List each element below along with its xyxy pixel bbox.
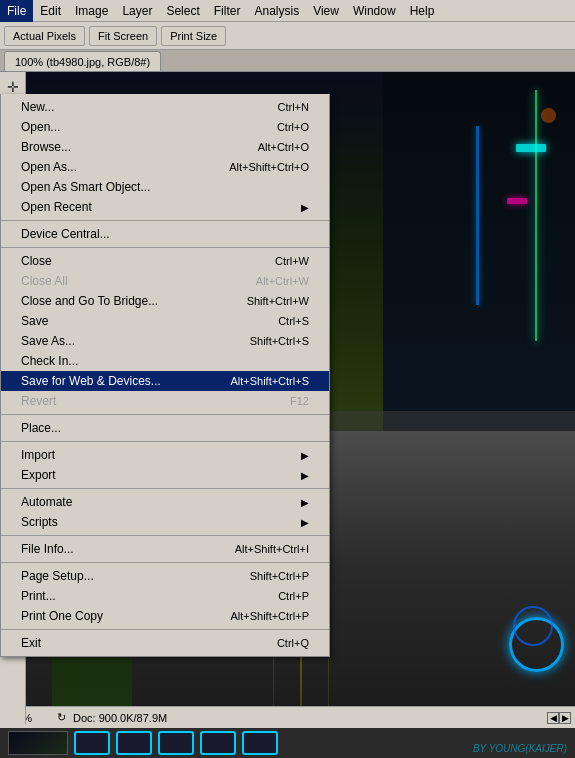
- image-tab[interactable]: 100% (tb4980.jpg, RGB/8#): [4, 51, 161, 71]
- menu-close-label: Close: [21, 254, 52, 268]
- menu-close-all-shortcut: Alt+Ctrl+W: [256, 275, 309, 287]
- status-next-btn[interactable]: ▶: [559, 712, 571, 724]
- menu-import[interactable]: Import ▶: [1, 445, 329, 465]
- menu-section-8: Page Setup... Shift+Ctrl+P Print... Ctrl…: [1, 563, 329, 630]
- menu-print-one-label: Print One Copy: [21, 609, 103, 623]
- menu-scripts-arrow: ▶: [301, 517, 309, 528]
- thumb-4[interactable]: [200, 731, 236, 755]
- menu-automate[interactable]: Automate ▶: [1, 492, 329, 512]
- menu-open-as-label: Open As...: [21, 160, 77, 174]
- status-refresh-icon[interactable]: ↻: [53, 710, 69, 726]
- menu-open-recent-arrow: ▶: [301, 202, 309, 213]
- menu-open-recent[interactable]: Open Recent ▶: [1, 197, 329, 217]
- menu-file-info-shortcut: Alt+Shift+Ctrl+I: [235, 543, 309, 555]
- menu-check-in[interactable]: Check In...: [1, 351, 329, 371]
- menu-close-bridge-shortcut: Shift+Ctrl+W: [247, 295, 309, 307]
- menu-section-9: Exit Ctrl+Q: [1, 630, 329, 656]
- main-area: ✛ ⬚ ⌂ ✦ ⊡ ✏ ✚ ✎ ⊕ ◻ ▦ ○ ✒ T ▭ ✋ 🔍: [0, 72, 575, 724]
- menu-place[interactable]: Place...: [1, 418, 329, 438]
- menu-image[interactable]: Image: [68, 0, 115, 22]
- tab-bar: 100% (tb4980.jpg, RGB/8#): [0, 50, 575, 72]
- menu-page-setup-label: Page Setup...: [21, 569, 94, 583]
- watermark-text: BY YOUNG(KAIJER): [473, 743, 567, 754]
- thumb-3[interactable]: [158, 731, 194, 755]
- menu-print-one[interactable]: Print One Copy Alt+Shift+Ctrl+P: [1, 606, 329, 626]
- menu-save-as-label: Save As...: [21, 334, 75, 348]
- menu-save-for-web[interactable]: Save for Web & Devices... Alt+Shift+Ctrl…: [1, 371, 329, 391]
- menu-import-label: Import: [21, 448, 55, 462]
- thumb-5[interactable]: [242, 731, 278, 755]
- menu-device-central-label: Device Central...: [21, 227, 110, 241]
- building-right: [383, 72, 575, 431]
- menu-print-one-shortcut: Alt+Shift+Ctrl+P: [230, 610, 309, 622]
- thumbnail-preview: [8, 731, 68, 755]
- print-size-button[interactable]: Print Size: [161, 26, 226, 46]
- menu-close-all-label: Close All: [21, 274, 68, 288]
- fit-screen-button[interactable]: Fit Screen: [89, 26, 157, 46]
- menu-browse-label: Browse...: [21, 140, 71, 154]
- menu-select[interactable]: Select: [159, 0, 206, 22]
- menu-section-7: File Info... Alt+Shift+Ctrl+I: [1, 536, 329, 563]
- menu-file[interactable]: File: [0, 0, 33, 22]
- menu-export[interactable]: Export ▶: [1, 465, 329, 485]
- menu-filter[interactable]: Filter: [207, 0, 248, 22]
- menu-browse[interactable]: Browse... Alt+Ctrl+O: [1, 137, 329, 157]
- menu-layer[interactable]: Layer: [115, 0, 159, 22]
- menu-save-as-shortcut: Shift+Ctrl+S: [250, 335, 309, 347]
- menu-check-in-label: Check In...: [21, 354, 78, 368]
- doc-info: Doc: 900.0K/87.9M: [73, 712, 543, 724]
- menu-save-shortcut: Ctrl+S: [278, 315, 309, 327]
- menu-edit[interactable]: Edit: [33, 0, 68, 22]
- menu-scripts[interactable]: Scripts ▶: [1, 512, 329, 532]
- menu-close[interactable]: Close Ctrl+W: [1, 251, 329, 271]
- menu-save-for-web-shortcut: Alt+Shift+Ctrl+S: [230, 375, 309, 387]
- menu-close-bridge[interactable]: Close and Go To Bridge... Shift+Ctrl+W: [1, 291, 329, 311]
- menu-save-as[interactable]: Save As... Shift+Ctrl+S: [1, 331, 329, 351]
- menu-browse-shortcut: Alt+Ctrl+O: [258, 141, 309, 153]
- menu-open-shortcut: Ctrl+O: [277, 121, 309, 133]
- menu-export-label: Export: [21, 468, 56, 482]
- menu-analysis[interactable]: Analysis: [247, 0, 306, 22]
- status-bar: 100% ↻ Doc: 900.0K/87.9M ◀ ▶: [0, 706, 575, 728]
- menu-automate-label: Automate: [21, 495, 72, 509]
- menu-revert-label: Revert: [21, 394, 56, 408]
- menu-section-6: Automate ▶ Scripts ▶: [1, 489, 329, 536]
- menu-open-recent-label: Open Recent: [21, 200, 92, 214]
- status-prev-btn[interactable]: ◀: [547, 712, 559, 724]
- menu-exit-shortcut: Ctrl+Q: [277, 637, 309, 649]
- menu-open-smart[interactable]: Open As Smart Object...: [1, 177, 329, 197]
- menu-section-2: Device Central...: [1, 221, 329, 248]
- menu-file-info[interactable]: File Info... Alt+Shift+Ctrl+I: [1, 539, 329, 559]
- menu-revert-shortcut: F12: [290, 395, 309, 407]
- menu-open-as[interactable]: Open As... Alt+Shift+Ctrl+O: [1, 157, 329, 177]
- menu-print[interactable]: Print... Ctrl+P: [1, 586, 329, 606]
- menu-bar: File Edit Image Layer Select Filter Anal…: [0, 0, 575, 22]
- toolbar: Actual Pixels Fit Screen Print Size: [0, 22, 575, 50]
- menu-exit[interactable]: Exit Ctrl+Q: [1, 633, 329, 653]
- menu-import-arrow: ▶: [301, 450, 309, 461]
- menu-help[interactable]: Help: [403, 0, 442, 22]
- menu-save-label: Save: [21, 314, 48, 328]
- thumb-2[interactable]: [116, 731, 152, 755]
- menu-close-shortcut: Ctrl+W: [275, 255, 309, 267]
- thumb-1[interactable]: [74, 731, 110, 755]
- menu-print-label: Print...: [21, 589, 56, 603]
- menu-new[interactable]: New... Ctrl+N: [1, 97, 329, 117]
- menu-section-5: Import ▶ Export ▶: [1, 442, 329, 489]
- menu-open-as-shortcut: Alt+Shift+Ctrl+O: [229, 161, 309, 173]
- menu-page-setup[interactable]: Page Setup... Shift+Ctrl+P: [1, 566, 329, 586]
- bottom-thumbnail-bar: BY YOUNG(KAIJER): [0, 728, 575, 758]
- menu-device-central[interactable]: Device Central...: [1, 224, 329, 244]
- menu-print-shortcut: Ctrl+P: [278, 590, 309, 602]
- menu-window[interactable]: Window: [346, 0, 403, 22]
- file-dropdown-menu: New... Ctrl+N Open... Ctrl+O Browse... A…: [0, 94, 330, 657]
- menu-save-for-web-label: Save for Web & Devices...: [21, 374, 161, 388]
- menu-section-3: Close Ctrl+W Close All Alt+Ctrl+W Close …: [1, 248, 329, 415]
- menu-scripts-label: Scripts: [21, 515, 58, 529]
- actual-pixels-button[interactable]: Actual Pixels: [4, 26, 85, 46]
- menu-open[interactable]: Open... Ctrl+O: [1, 117, 329, 137]
- menu-close-bridge-label: Close and Go To Bridge...: [21, 294, 158, 308]
- menu-view[interactable]: View: [306, 0, 346, 22]
- menu-save[interactable]: Save Ctrl+S: [1, 311, 329, 331]
- menu-page-setup-shortcut: Shift+Ctrl+P: [250, 570, 309, 582]
